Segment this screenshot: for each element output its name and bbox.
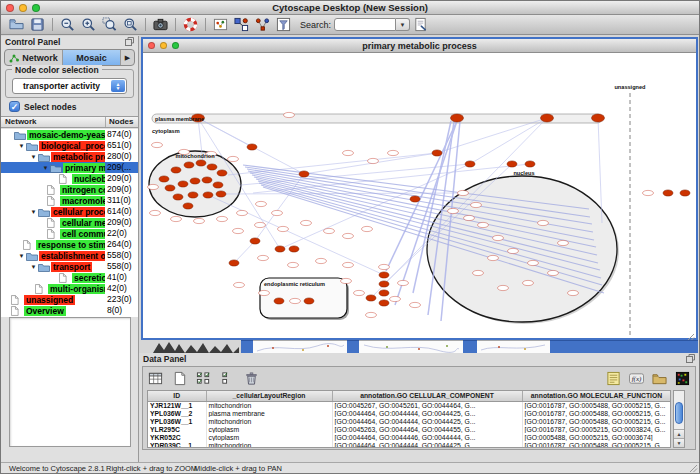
column-header[interactable]: ID [148,391,206,401]
table-cell-mf[interactable]: [GO:0016787, GO:0005488, GO:0005215, G..… [522,409,671,417]
network-node[interactable] [159,176,169,182]
disclosure-triangle[interactable]: ▼ [29,264,38,270]
table-cell-id[interactable]: YDR039C__1 [148,441,206,448]
network-node[interactable] [663,190,673,196]
network-node[interactable] [432,150,442,156]
table-cell-id[interactable]: YKR052C [148,433,206,441]
table-row[interactable]: YKR052Ccytoplasm[GO:0044464, GO:0044446,… [148,433,671,441]
network-column-header[interactable]: Network [1,117,105,127]
network-node[interactable] [274,298,284,304]
zoom-fit-icon[interactable] [120,16,141,34]
attribute-checklist-icon[interactable] [195,370,212,387]
table-cell-mf[interactable]: [GO:0016787, GO:0005488, GO:0005215, G..… [522,401,671,409]
layout-icon[interactable] [252,16,273,34]
network-node[interactable] [410,196,420,202]
tree-item[interactable]: cell communicat22(0) [1,228,138,239]
network-node[interactable] [465,161,475,167]
attribute-checklist-small-icon[interactable] [219,370,236,387]
disclosure-triangle[interactable]: ▼ [17,253,26,259]
window-resize-grip[interactable] [689,464,698,473]
search-dropdown-button[interactable]: ▼ [396,18,410,31]
tree-item[interactable]: ▼transport558(0) [1,261,138,272]
matrix-view-icon[interactable] [674,370,691,387]
network-node[interactable] [217,170,227,176]
network-node[interactable] [229,260,239,266]
scrollbar-thumb[interactable] [675,402,683,424]
table-cell-mf[interactable]: [GO:0016787, GO:0005215, GO:0003824, G..… [522,425,671,433]
zoom-in-icon[interactable] [78,16,99,34]
birds-eye-view[interactable] [9,317,131,447]
search-input[interactable] [334,18,396,31]
tree-item[interactable]: multi-organism pro42(0) [1,283,138,294]
network-node[interactable] [190,178,200,184]
tree-item[interactable]: ▼metabolic process280(0) [1,151,138,162]
table-cell-region[interactable]: mitochondrion [206,441,332,448]
network-node[interactable] [379,300,389,306]
table-cell-cc[interactable]: [GO:0044464, GO:0044446, GO:0044444, G..… [332,433,522,441]
disclosure-triangle[interactable]: ▼ [29,154,38,160]
tree-item[interactable]: ▼cellular process614(0) [1,206,138,217]
disclosure-triangle[interactable]: ▼ [17,143,26,149]
background-frame-sliver[interactable] [359,340,463,353]
network-node[interactable] [525,161,535,167]
table-cell-cc[interactable]: [GO:0045263, GO:0044464, GO:0044455, G..… [332,425,522,433]
table-cell-region[interactable]: mitochondrion [206,401,332,409]
float-panel-icon[interactable] [125,37,134,48]
save-icon[interactable] [27,16,48,34]
tab-mosaic[interactable]: Mosaic [63,50,121,65]
table-row[interactable]: YPL036W__2plasma membrane[GO:0044464, GO… [148,409,671,417]
nodes-column-header[interactable]: Nodes [105,117,138,127]
scroll-up-arrow[interactable]: ▲ [674,429,684,438]
network-node[interactable] [379,272,389,278]
table-cell-mf[interactable]: [GO:0016787, GO:0005488, GO:0005215, G..… [522,417,671,425]
background-frame-sliver[interactable] [253,340,347,353]
select-attributes-icon[interactable] [147,370,164,387]
tree-item[interactable]: Overview8(0) [1,305,138,316]
network-node[interactable] [451,114,464,122]
network-node[interactable] [592,114,605,122]
network-graph[interactable]: plasma membranecytoplasmmitochondrionnuc… [143,53,696,338]
network-node[interactable] [379,290,389,296]
tree-item[interactable]: ▼establishment of lo558(0) [1,250,138,261]
filter-icon[interactable] [273,16,294,34]
tree-item[interactable]: ▼primary metabolic209(... [1,162,138,173]
table-cell-region[interactable]: mitochondrion [206,417,332,425]
background-frame-border[interactable] [463,340,477,353]
column-header[interactable]: _cellularLayoutRegion [206,391,332,401]
network-node[interactable] [207,164,217,170]
table-cell-cc[interactable]: [GO:0044464, GO:0044444, GO:0044425, G..… [332,409,522,417]
network-node[interactable] [188,192,198,198]
network-node[interactable] [366,295,376,301]
table-row[interactable]: YPL036W__1mitochondrion[GO:0044464, GO:0… [148,417,671,425]
snapshot-icon[interactable] [150,16,171,34]
network-node[interactable] [202,177,212,183]
scroll-down-arrow[interactable]: ▼ [674,438,684,447]
tree-item[interactable]: nitrogen compo209(0) [1,184,138,195]
table-row[interactable]: YLR295Ccytoplasm[GO:0045263, GO:0044464,… [148,425,671,433]
network-node[interactable] [183,203,193,209]
function-builder-icon[interactable]: f(x) [628,370,645,387]
network-node[interactable] [184,162,194,168]
network-node[interactable] [171,167,181,173]
network-edge[interactable] [228,153,437,175]
zoom-out-icon[interactable] [57,16,78,34]
network-node[interactable] [275,246,285,252]
table-cell-region[interactable]: cytoplasm [206,425,332,433]
network-node[interactable] [216,191,226,197]
tree-item[interactable]: macromolecule311(0) [1,195,138,206]
table-row[interactable]: YJR121W__1mitochondrion[GO:0045267, GO:0… [148,401,671,409]
network-overview-icon[interactable] [210,16,231,34]
tree-item[interactable]: ▼biological_process651(0) [1,140,138,151]
network-node[interactable] [304,298,314,304]
network-edge[interactable] [234,241,255,263]
tab-overflow-arrow[interactable]: ▶ [121,50,134,65]
new-attribute-icon[interactable] [171,370,188,387]
float-panel-icon[interactable] [686,354,695,365]
tree-item[interactable]: nucleobase-209(0) [1,173,138,184]
table-cell-cc[interactable]: [GO:0044464, GO:0044444, GO:0044425, G..… [332,417,522,425]
network-node[interactable] [541,114,554,122]
tree-item[interactable]: secretion41(0) [1,272,138,283]
network-node[interactable] [379,281,389,287]
background-network-silhouette[interactable] [151,340,239,353]
network-node[interactable] [299,171,309,177]
